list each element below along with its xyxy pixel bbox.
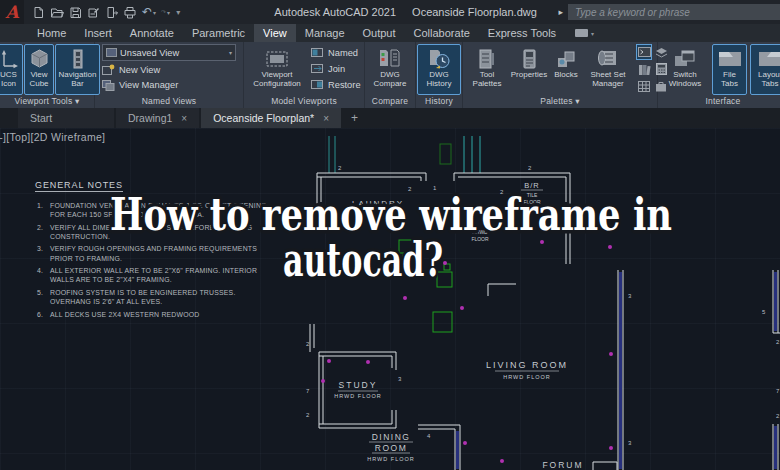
file-tabs-toggle-button[interactable]: File Tabs — [712, 44, 747, 95]
tool-palettes-label: Tool Palettes — [468, 71, 506, 89]
view-manager-button[interactable]: View Manager — [102, 77, 236, 92]
viewport-configuration-button[interactable]: Viewport Configuration — [247, 44, 307, 95]
overlay-title-line2: autocad? — [283, 232, 443, 287]
dwg-history-icon — [427, 46, 451, 71]
ribbon-tab-output[interactable]: Output — [354, 24, 405, 42]
switch-windows-button[interactable]: Switch Windows — [661, 44, 709, 95]
command-line-icon — [638, 47, 651, 57]
view-manager-label: View Manager — [119, 80, 178, 90]
panel-label-model-viewports: Model Viewports — [244, 95, 364, 108]
title-overlay: How to remove wireframe in autocad? — [0, 128, 780, 470]
view-cube-toggle-button[interactable]: View Cube — [24, 44, 54, 95]
view-manager-icon — [102, 79, 115, 91]
view-thumb-icon — [106, 48, 117, 57]
panel-named-views: Unsaved View ▾ New View View Manager Nam… — [95, 42, 244, 108]
tool-palettes-icon — [477, 46, 497, 71]
ribbon-options-button[interactable]: ▾ — [575, 24, 594, 42]
ribbon-tab-manage[interactable]: Manage — [296, 24, 354, 42]
properties-button[interactable]: Properties — [509, 44, 549, 95]
panel-history: DWG History History — [416, 42, 463, 108]
ucs-icon-toggle-button[interactable]: UCS Icon — [0, 44, 23, 95]
file-tab-start[interactable]: Start — [18, 108, 114, 128]
ucs-icon-label: UCS Icon — [0, 71, 21, 89]
title-bar: A ↶▾ ↷▾ ▾ Autodesk AutoCAD 2021 Oceansid… — [0, 0, 780, 24]
restore-viewports-label: Restore — [328, 80, 361, 90]
search-area: ▸ Type a keyword or phrase — [558, 4, 780, 20]
autocad-logo[interactable]: A — [0, 0, 24, 24]
ribbon-tab-bar: Home Insert Annotate Parametric View Man… — [0, 24, 780, 42]
command-line-button[interactable] — [636, 44, 652, 60]
sheet-set-manager-icon — [596, 46, 620, 71]
navigation-bar-toggle-button[interactable]: Navigation Bar — [55, 44, 100, 95]
qat-customize-icon[interactable]: ▾ — [175, 8, 180, 17]
new-drawing-tab-button[interactable]: + — [343, 108, 366, 128]
search-expand-icon[interactable]: ▸ — [558, 7, 563, 17]
undo-caret-icon[interactable]: ▾ — [153, 9, 156, 16]
books-palette-button[interactable] — [636, 61, 652, 77]
panel-compare: DWG Compare Compare — [365, 42, 416, 108]
ribbon-tab-home[interactable]: Home — [28, 24, 75, 42]
panel-label-viewport-tools[interactable]: Viewport Tools ▾ — [0, 95, 94, 108]
navigation-bar-icon — [68, 46, 88, 71]
ribbon-tab-annotate[interactable]: Annotate — [121, 24, 183, 42]
dwg-compare-button[interactable]: DWG Compare — [366, 44, 414, 95]
panel-label-compare: Compare — [365, 95, 415, 108]
autocad-window: A ↶▾ ↷▾ ▾ Autodesk AutoCAD 2021 Oceansid… — [0, 0, 780, 470]
document-title: Oceanside Floorplan.dwg — [412, 6, 537, 18]
new-view-button[interactable]: New View — [102, 62, 236, 77]
ribbon-tab-insert[interactable]: Insert — [75, 24, 121, 42]
plot-icon[interactable] — [123, 6, 137, 19]
redo-icon[interactable]: ↷▾ — [161, 9, 170, 16]
undo-icon[interactable]: ↶▾ — [142, 6, 156, 18]
view-dropdown-caret-icon: ▾ — [229, 49, 232, 56]
new-file-icon[interactable] — [32, 6, 45, 19]
file-tabs-icon — [717, 46, 743, 71]
ribbon-tab-parametric[interactable]: Parametric — [183, 24, 254, 42]
restore-viewports-button[interactable]: Restore — [311, 77, 361, 92]
restore-viewports-icon — [311, 79, 324, 90]
redo-caret-icon[interactable]: ▾ — [167, 9, 170, 16]
ribbon-tab-express-tools[interactable]: Express Tools — [479, 24, 565, 42]
dwg-history-button[interactable]: DWG History — [417, 44, 461, 95]
drawing-area[interactable]: [-][Top][2D Wireframe] GENERAL NOTES FOU… — [0, 128, 780, 470]
layout-tabs-toggle-button[interactable]: Layout Tabs — [750, 44, 780, 95]
ribbon-tab-collaborate[interactable]: Collaborate — [405, 24, 479, 42]
oceanside-tab-label: Oceanside Floorplan* — [213, 112, 314, 124]
layout-tabs-icon — [757, 46, 780, 71]
oceanside-close-icon[interactable]: × — [323, 113, 329, 124]
search-input[interactable]: Type a keyword or phrase — [568, 4, 780, 20]
panel-model-viewports: Viewport Configuration Named Join Restor… — [244, 42, 365, 108]
tool-palettes-button[interactable]: Tool Palettes — [466, 44, 508, 95]
export-icon[interactable] — [105, 6, 118, 19]
current-view-name: Unsaved View — [120, 48, 226, 58]
panel-label-named-views: Named Views — [95, 95, 243, 108]
drawing1-close-icon[interactable]: × — [181, 113, 187, 124]
ucs-axes-icon — [0, 46, 19, 71]
blocks-button[interactable]: Blocks — [550, 44, 582, 95]
ribbon-tab-view[interactable]: View — [254, 24, 296, 42]
file-tab-oceanside-floorplan[interactable]: Oceanside Floorplan* × — [201, 108, 341, 128]
ribbon-options-icon — [575, 29, 588, 37]
open-folder-icon[interactable] — [50, 6, 64, 19]
save-as-icon[interactable] — [87, 6, 100, 19]
sheet-set-manager-button[interactable]: Sheet Set Manager — [583, 44, 633, 95]
new-view-label: New View — [119, 65, 160, 75]
start-tab-label: Start — [30, 112, 52, 124]
named-viewports-button[interactable]: Named — [311, 45, 361, 60]
viewport-configuration-label: Viewport Configuration — [249, 71, 305, 89]
app-title: Autodesk AutoCAD 2021 — [274, 6, 396, 18]
panel-label-palettes[interactable]: Palettes ▾ — [463, 95, 657, 108]
dwg-compare-icon — [378, 46, 402, 71]
grid-icon — [638, 81, 650, 92]
join-viewports-button[interactable]: Join — [311, 61, 361, 76]
panel-label-interface: Interface — [658, 95, 780, 108]
view-dropdown[interactable]: Unsaved View ▾ — [102, 44, 236, 61]
named-viewports-label: Named — [328, 48, 358, 58]
save-icon[interactable] — [69, 6, 82, 19]
switch-windows-label: Switch Windows — [663, 71, 707, 89]
panel-palettes: Tool Palettes Properties Blocks Sheet Se… — [463, 42, 658, 108]
grid-palette-button[interactable] — [636, 78, 652, 94]
panel-label-history: History — [416, 95, 462, 108]
file-tab-drawing1[interactable]: Drawing1 × — [116, 108, 199, 128]
view-cube-icon — [29, 46, 50, 71]
